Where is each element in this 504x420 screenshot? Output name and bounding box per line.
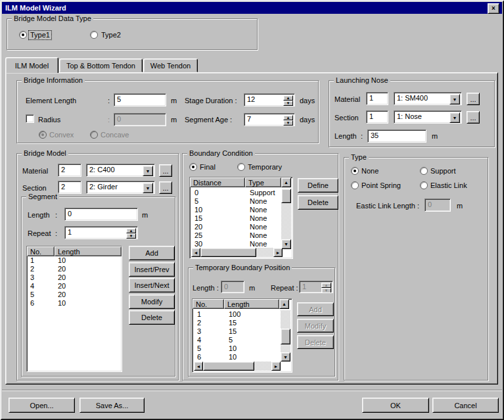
tab-ilm-model[interactable]: ILM Model <box>5 57 58 73</box>
model-section-field[interactable]: 2 <box>58 181 81 194</box>
table-row[interactable]: 6 10 <box>27 299 122 308</box>
chevron-down-icon[interactable]: ▼ <box>143 183 153 193</box>
table-row[interactable]: 10 None <box>191 206 283 214</box>
spin-down-icon[interactable]: ▼ <box>126 233 136 239</box>
column-header-distance[interactable]: Distance <box>190 177 245 187</box>
table-row[interactable]: 1 10 <box>27 256 122 265</box>
table-row[interactable]: 0 Support <box>191 189 283 197</box>
table-row[interactable]: 3 20 <box>27 273 122 282</box>
table-row[interactable]: 5 10 <box>194 344 281 353</box>
scroll-right-icon[interactable]: ► <box>273 248 283 257</box>
model-material-field[interactable]: 2 <box>58 164 81 177</box>
scroll-down-icon[interactable]: ▼ <box>281 352 290 362</box>
none-radio[interactable] <box>351 167 359 175</box>
scrollbar-track[interactable] <box>256 248 273 257</box>
spin-down-icon[interactable]: ▼ <box>283 101 293 106</box>
support-radio-label[interactable]: Support <box>430 167 456 175</box>
table-row[interactable]: 15 None <box>191 214 283 223</box>
nose-material-combo[interactable]: 1: SM400 ▼ <box>394 92 462 105</box>
table-row[interactable]: 4 5 <box>194 336 281 344</box>
segment-age-field[interactable]: 7 ▲ ▼ <box>244 113 295 126</box>
table-row[interactable]: 20 None <box>191 223 283 231</box>
scroll-left-icon[interactable]: ◄ <box>194 362 203 371</box>
spin-down-icon[interactable]: ▼ <box>283 120 293 126</box>
table-row[interactable]: 3 15 <box>194 327 281 336</box>
nose-section-browse-button[interactable]: ... <box>467 111 480 124</box>
cancel-button[interactable]: Cancel <box>432 398 499 413</box>
nose-section-combo[interactable]: 1: Nose ▼ <box>394 110 462 124</box>
column-header-no[interactable]: No. <box>27 246 55 256</box>
type1-radio-label[interactable]: Type1 <box>29 31 51 39</box>
segment-insert-next-button[interactable]: Insert/Next <box>129 278 175 292</box>
segment-add-button[interactable]: Add <box>129 246 175 260</box>
stage-duration-spinner[interactable]: ▲ ▼ <box>283 95 293 106</box>
title-bar[interactable]: ILM Model Wizard × <box>2 2 502 14</box>
chevron-down-icon[interactable]: ▼ <box>143 166 153 176</box>
boundary-table[interactable]: Distance Type ▲ 0 Support 5 None 10 None… <box>189 177 293 259</box>
spin-up-icon[interactable]: ▲ <box>283 95 293 101</box>
scrollbar-thumb[interactable] <box>203 362 254 371</box>
spin-up-icon[interactable]: ▲ <box>283 115 293 120</box>
scrollbar-track[interactable] <box>254 362 271 371</box>
model-section-combo[interactable]: 2: Girder ▼ <box>86 181 155 194</box>
scroll-up-icon[interactable]: ▲ <box>281 177 291 187</box>
none-radio-label[interactable]: None <box>361 167 378 175</box>
type2-radio-label[interactable]: Type2 <box>101 31 121 39</box>
radius-checkbox[interactable] <box>26 114 34 123</box>
boundary-delete-button[interactable]: Delete <box>298 195 338 210</box>
open-button[interactable]: Open... <box>9 398 75 413</box>
model-section-browse-button[interactable]: ... <box>159 181 172 194</box>
tab-top-bottom-tendon[interactable]: Top & Bottom Tendon <box>59 58 143 72</box>
support-radio[interactable] <box>420 167 428 175</box>
column-header-type[interactable]: Type <box>245 177 281 187</box>
nose-section-field[interactable]: 1 <box>366 110 388 124</box>
save-as-button[interactable]: Save As... <box>80 398 145 413</box>
column-header-length[interactable]: Length <box>224 299 279 309</box>
scrollbar-thumb[interactable] <box>281 329 290 344</box>
segment-repeat-spinner[interactable]: ▲ ▼ <box>126 228 136 239</box>
chevron-down-icon[interactable]: ▼ <box>449 94 460 105</box>
stage-duration-field[interactable]: 12 ▲ ▼ <box>244 93 295 106</box>
final-radio-label[interactable]: Final <box>200 163 216 172</box>
scroll-right-icon[interactable]: ► <box>271 362 281 371</box>
table-row[interactable]: 2 15 <box>194 319 281 327</box>
scroll-up-icon[interactable]: ▲ <box>279 299 289 309</box>
element-length-field[interactable]: 5 <box>114 93 166 106</box>
table-row[interactable]: 4 20 <box>27 282 122 291</box>
horizontal-scrollbar[interactable]: ◄ ► <box>191 248 283 257</box>
temp-boundary-table[interactable]: No. Length ▲ 1 100 2 15 3 15 4 5 <box>192 298 292 373</box>
table-row[interactable]: 25 None <box>191 231 283 240</box>
segment-repeat-field[interactable]: 1 ▲ ▼ <box>64 226 138 239</box>
nose-material-field[interactable]: 1 <box>366 92 388 105</box>
chevron-down-icon[interactable]: ▼ <box>449 112 460 123</box>
point-spring-radio[interactable] <box>351 181 359 189</box>
table-row[interactable]: 6 10 <box>194 353 281 362</box>
table-row[interactable]: 5 20 <box>27 291 122 299</box>
close-icon[interactable]: × <box>488 3 499 14</box>
segment-age-spinner[interactable]: ▲ ▼ <box>283 115 293 126</box>
column-header-no[interactable]: No. <box>193 299 224 309</box>
nose-length-field[interactable]: 35 <box>367 129 426 143</box>
segment-table[interactable]: No. Length 1 10 2 20 3 20 4 20 <box>26 246 122 372</box>
elastic-link-radio[interactable] <box>420 181 428 189</box>
nose-material-browse-button[interactable]: ... <box>467 93 480 105</box>
table-row[interactable]: 2 20 <box>27 265 122 273</box>
point-spring-radio-label[interactable]: Point Spring <box>361 181 401 190</box>
scroll-down-icon[interactable]: ▼ <box>281 239 291 249</box>
segment-insert-prev-button[interactable]: Insert/Prev <box>129 262 175 277</box>
ok-button[interactable]: OK <box>362 398 429 413</box>
type1-radio[interactable] <box>19 31 27 39</box>
scroll-left-icon[interactable]: ◄ <box>191 248 200 257</box>
model-material-combo[interactable]: 2: C400 ▼ <box>86 164 155 177</box>
final-radio[interactable] <box>189 163 197 171</box>
radius-label[interactable]: Radius <box>38 116 60 124</box>
model-material-browse-button[interactable]: ... <box>159 164 172 177</box>
spin-up-icon[interactable]: ▲ <box>126 228 136 233</box>
table-row[interactable]: 1 100 <box>194 310 281 319</box>
table-row[interactable]: 5 None <box>191 197 283 206</box>
boundary-define-button[interactable]: Define <box>298 178 338 193</box>
segment-length-field[interactable]: 0 <box>64 208 138 221</box>
elastic-link-radio-label[interactable]: Elastic Link <box>430 181 467 190</box>
temporary-radio-label[interactable]: Temporary <box>248 163 282 172</box>
horizontal-scrollbar[interactable]: ◄ ► <box>194 362 281 371</box>
